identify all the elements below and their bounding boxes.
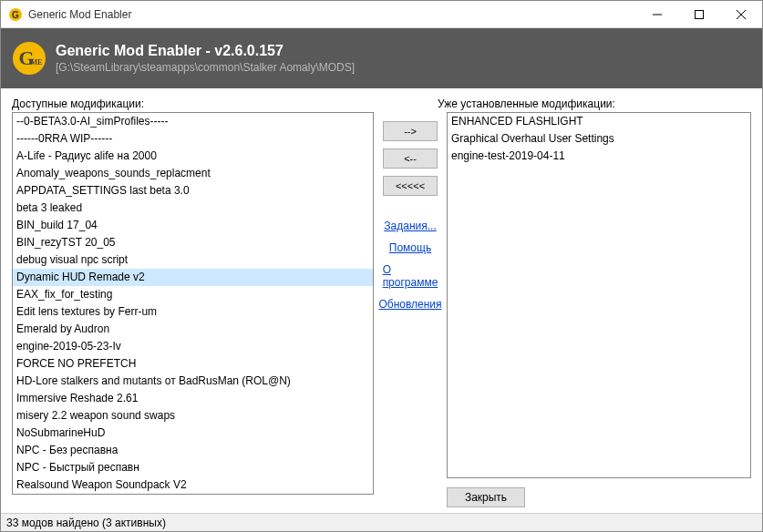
svg-text:ME: ME: [31, 58, 43, 66]
list-item[interactable]: NPC - Без респавна: [13, 442, 373, 459]
close-window-button[interactable]: [720, 1, 762, 27]
list-item[interactable]: Graphical Overhaul User Settings: [448, 130, 750, 148]
available-mods-listbox[interactable]: --0-BETA3.0-AI_simProfiles-----------0RR…: [12, 112, 374, 495]
list-item[interactable]: NoSubmarineHuD: [13, 425, 373, 442]
list-item[interactable]: engine-2019-05-23-Iv: [13, 338, 373, 355]
enabled-mods-listbox[interactable]: ENHANCED FLASHLIGHTGraphical Overhaul Us…: [447, 112, 751, 478]
svg-text:G: G: [12, 10, 19, 20]
window-controls: [636, 1, 762, 27]
disable-button[interactable]: <--: [383, 148, 438, 169]
list-item[interactable]: APPDATA_SETTINGS last beta 3.0: [13, 182, 373, 200]
list-item[interactable]: engine-test-2019-04-11: [448, 148, 750, 165]
list-item[interactable]: ENHANCED FLASHLIGHT: [448, 113, 750, 130]
list-item[interactable]: Anomaly_weapons_sounds_replacment: [13, 165, 373, 182]
list-item[interactable]: BIN_rezyTST 20_05: [13, 234, 373, 251]
list-item[interactable]: EAX_fix_for_testing: [13, 286, 373, 303]
list-item[interactable]: Emerald by Audron: [13, 321, 373, 338]
svg-rect-3: [696, 10, 704, 18]
banner-subtitle: [G:\SteamLibrary\steamapps\common\Stalke…: [56, 61, 355, 74]
statusbar-text: 33 модов найдено (3 активных): [6, 517, 166, 529]
list-item[interactable]: A-Life - Радиус alife на 2000: [13, 148, 373, 165]
list-item[interactable]: beta 3 leaked: [13, 200, 373, 217]
list-item[interactable]: SCOPES AREA: [13, 494, 373, 495]
center-controls: --> <-- <<<<< Задания... Помощь О програ…: [383, 112, 438, 507]
available-label: Доступные модификации:: [12, 97, 374, 110]
window-title: Generic Mod Enabler: [28, 8, 636, 21]
list-item[interactable]: ------0RRA WIP------: [13, 130, 373, 148]
updates-link[interactable]: Обновления: [378, 298, 441, 311]
disable-all-button[interactable]: <<<<<: [383, 176, 438, 196]
list-item[interactable]: FORCE NO PREFETCH: [13, 355, 373, 373]
minimize-button[interactable]: [636, 1, 678, 27]
help-link[interactable]: Помощь: [389, 241, 431, 254]
banner-title: Generic Mod Enabler - v2.6.0.157: [56, 43, 355, 59]
titlebar: G Generic Mod Enabler: [1, 1, 762, 28]
list-item[interactable]: HD-Lore stalkers and mutants от BadRusMa…: [13, 373, 373, 390]
close-button[interactable]: Закрыть: [447, 487, 525, 507]
list-item[interactable]: Dynamic HUD Remade v2: [13, 269, 373, 286]
content-area: --0-BETA3.0-AI_simProfiles-----------0RR…: [1, 112, 762, 513]
tasks-link[interactable]: Задания...: [384, 220, 436, 232]
enable-button[interactable]: -->: [383, 121, 438, 141]
list-item[interactable]: Immersive Reshade 2.61: [13, 390, 373, 407]
enabled-label: Уже установленные модификации:: [438, 97, 615, 110]
statusbar: 33 модов найдено (3 активных): [1, 513, 762, 531]
about-link[interactable]: О программе: [383, 263, 438, 289]
list-item[interactable]: Edit lens textures by Ferr-um: [13, 303, 373, 321]
list-item[interactable]: NPC - Быстрый респавн: [13, 459, 373, 476]
list-item[interactable]: debug visual npc script: [13, 251, 373, 269]
header-banner: G ME Generic Mod Enabler - v2.6.0.157 [G…: [1, 28, 762, 88]
list-item[interactable]: Realsound Weapon Soundpack V2: [13, 476, 373, 494]
labels-row: Доступные модификации: Уже установленные…: [1, 88, 762, 112]
right-column: ENHANCED FLASHLIGHTGraphical Overhaul Us…: [447, 112, 751, 507]
app-icon: G: [8, 7, 23, 22]
banner-icon: G ME: [12, 41, 46, 76]
list-item[interactable]: --0-BETA3.0-AI_simProfiles-----: [13, 113, 373, 130]
maximize-button[interactable]: [678, 1, 720, 27]
list-item[interactable]: misery 2.2 weapon sound swaps: [13, 407, 373, 425]
list-item[interactable]: BIN_build 17_04: [13, 217, 373, 234]
